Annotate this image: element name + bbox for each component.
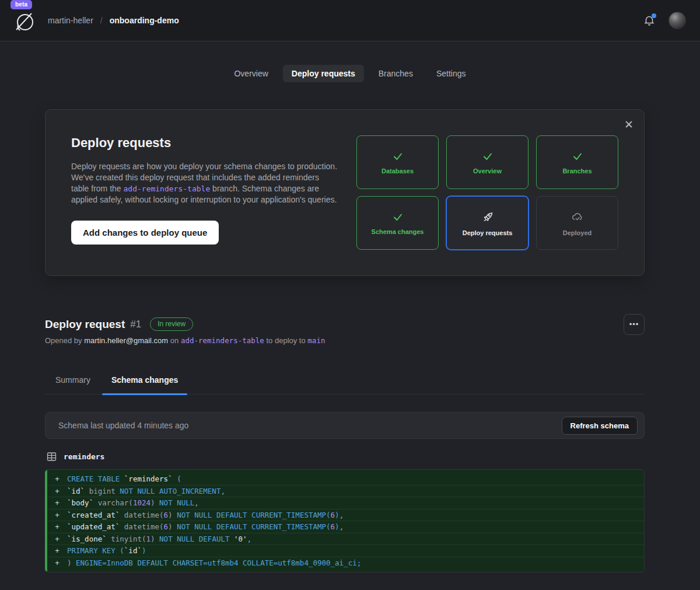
table-name: reminders	[64, 452, 104, 461]
add-changes-to-deploy-queue-button[interactable]: Add changes to deploy queue	[71, 221, 219, 245]
deploy-request-title: Deploy request	[45, 318, 125, 331]
tab-overview[interactable]: Overview	[225, 65, 276, 82]
deploy-request-header: Deploy request #1 In review •••	[45, 317, 645, 331]
schema-diff-block: +CREATE TABLE `reminders` (+`id` bigint …	[45, 469, 645, 572]
tab-deploy-requests[interactable]: Deploy requests	[283, 65, 364, 82]
cloud-check-icon	[570, 210, 584, 224]
beta-badge: beta	[10, 0, 32, 9]
step-card-databases[interactable]: Databases	[356, 135, 439, 189]
diff-line: +CREATE TABLE `reminders` (	[47, 473, 644, 485]
opened-by-email: martin.heller@gmail.com	[84, 336, 168, 345]
step-label: Schema changes	[372, 228, 424, 235]
step-label: Deploy requests	[463, 229, 513, 236]
step-card-schema-changes[interactable]: Schema changes	[356, 196, 439, 250]
top-header: beta martin-heller / onboarding-demo	[0, 0, 700, 41]
table-name-row: reminders	[45, 452, 645, 462]
notification-dot	[652, 13, 656, 18]
check-icon	[482, 151, 494, 162]
diff-line: +`updated_at` datetime(6) NOT NULL DEFAU…	[47, 521, 644, 533]
onboarding-description: Deploy requests are how you deploy your …	[71, 161, 338, 205]
onboarding-card: ✕ Deploy requests Deploy requests are ho…	[45, 109, 645, 276]
schema-last-updated-text: Schema last updated 4 minutes ago	[58, 421, 188, 430]
onboarding-steps-grid: Databases Overview Branches Schema chang…	[356, 135, 618, 250]
step-label: Branches	[562, 167, 592, 174]
step-card-deploy-requests[interactable]: Deploy requests	[446, 196, 528, 250]
more-options-button[interactable]: •••	[624, 314, 645, 335]
step-label: Databases	[382, 167, 414, 174]
status-badge: In review	[150, 317, 193, 331]
diff-line: +`id` bigint NOT NULL AUTO_INCREMENT,	[47, 485, 644, 497]
breadcrumb-separator: /	[100, 16, 103, 25]
check-icon	[392, 151, 404, 162]
step-card-deployed[interactable]: Deployed	[536, 196, 618, 250]
user-avatar[interactable]	[668, 12, 686, 29]
opened-on-text: on	[168, 336, 181, 345]
source-branch-link[interactable]: add-reminders-table	[181, 336, 264, 345]
rocket-icon	[481, 210, 495, 224]
diff-line: +`is_done` tinyint(1) NOT NULL DEFAULT '…	[47, 533, 644, 545]
database-nav-tabs: Overview Deploy requests Branches Settin…	[0, 64, 700, 83]
target-branch-link[interactable]: main	[307, 336, 325, 345]
step-label: Deployed	[563, 229, 592, 236]
diff-line: +PRIMARY KEY (`id`)	[47, 544, 644, 557]
diff-lines: +CREATE TABLE `reminders` (+`id` bigint …	[47, 470, 644, 572]
schema-status-bar: Schema last updated 4 minutes ago Refres…	[45, 412, 645, 439]
deploy-request-number: #1	[130, 319, 141, 330]
close-icon[interactable]: ✕	[624, 119, 634, 130]
table-icon	[47, 452, 57, 462]
deploy-request-subline: Opened by martin.heller@gmail.com on add…	[45, 336, 645, 345]
diff-line: +`created_at` datetime(6) NOT NULL DEFAU…	[47, 509, 644, 521]
step-label: Overview	[473, 167, 502, 174]
planetscale-logo[interactable]	[14, 11, 36, 33]
tab-schema-changes[interactable]: Schema changes	[102, 368, 187, 394]
refresh-schema-button[interactable]: Refresh schema	[562, 417, 638, 435]
opened-by-text: Opened by	[45, 336, 84, 345]
tab-settings[interactable]: Settings	[428, 65, 475, 82]
check-icon	[392, 211, 404, 223]
check-icon	[572, 151, 583, 162]
diff-line: +`body` varchar(1024) NOT NULL,	[47, 497, 644, 509]
step-card-overview[interactable]: Overview	[446, 135, 528, 189]
diff-line: +) ENGINE=InnoDB DEFAULT CHARSET=utf8mb4…	[47, 557, 644, 569]
onboarding-title: Deploy requests	[71, 135, 338, 151]
breadcrumb-project[interactable]: onboarding-demo	[110, 16, 179, 25]
deploy-to-text: to deploy to	[264, 336, 307, 345]
step-card-branches[interactable]: Branches	[536, 135, 618, 189]
tab-summary[interactable]: Summary	[46, 368, 100, 394]
branch-name-inline: add-reminders-table	[124, 184, 211, 193]
breadcrumb: martin-heller / onboarding-demo	[48, 16, 179, 25]
breadcrumb-account[interactable]: martin-heller	[48, 16, 93, 25]
notifications-button[interactable]	[643, 14, 656, 27]
deploy-request-tabs: Summary Schema changes	[45, 368, 645, 395]
tab-branches[interactable]: Branches	[370, 65, 422, 82]
